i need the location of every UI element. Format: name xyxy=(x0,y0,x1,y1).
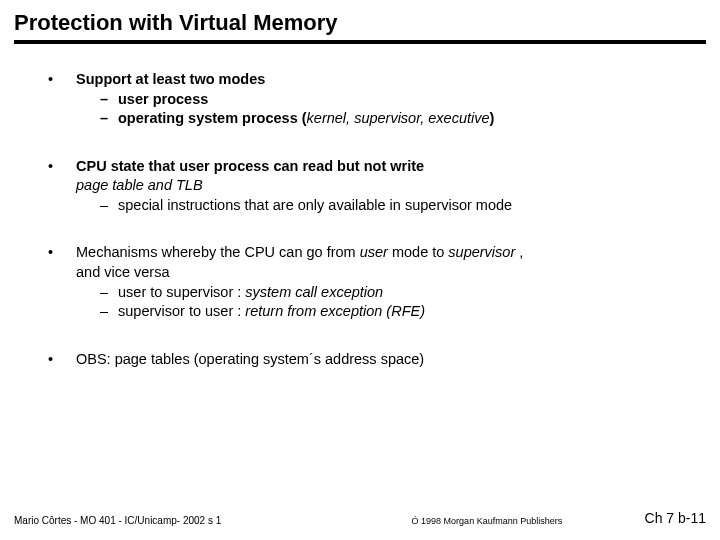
bullet-3-line-2: and vice versa xyxy=(76,263,700,283)
bullet-1: • Support at least two modes – user proc… xyxy=(48,70,700,129)
bullet-marker: • xyxy=(48,157,76,216)
bullet-marker: • xyxy=(48,350,76,370)
bullet-3: • Mechanisms whereby the CPU can go from… xyxy=(48,243,700,321)
footer-right: Ch 7 b-11 xyxy=(645,510,706,526)
bullet-1-sub-2: operating system process (kernel, superv… xyxy=(118,109,494,129)
bullet-marker: • xyxy=(48,70,76,129)
bullet-marker: • xyxy=(48,243,76,321)
text-italic: return from exception (RFE) xyxy=(245,303,425,319)
dash-marker: – xyxy=(100,283,118,303)
dash-marker: – xyxy=(100,196,118,216)
text: mode to xyxy=(388,244,448,260)
footer-center: Ó 1998 Morgan Kaufmann Publishers xyxy=(329,516,644,526)
bullet-2-sub-1: special instructions that are only avail… xyxy=(118,196,512,216)
bullet-4: • OBS: page tables (operating system´s a… xyxy=(48,350,700,370)
slide-title: Protection with Virtual Memory xyxy=(0,0,720,40)
bullet-1-line: Support at least two modes xyxy=(76,70,700,90)
text: operating system process ( xyxy=(118,110,307,126)
bullet-3-sub-1: user to supervisor : system call excepti… xyxy=(118,283,383,303)
bullet-4-line-1: OBS: page tables (operating system´s add… xyxy=(76,350,700,370)
text-italic: kernel, supervisor, executive xyxy=(307,110,490,126)
bullet-2-line-2: page table and TLB xyxy=(76,176,700,196)
text-italic: user xyxy=(360,244,388,260)
bullet-1-sub-1: user process xyxy=(118,90,208,110)
text: ) xyxy=(490,110,495,126)
bullet-3-line-1: Mechanisms whereby the CPU can go from u… xyxy=(76,243,700,263)
text: Mechanisms whereby the CPU can go from xyxy=(76,244,360,260)
text: user to supervisor : xyxy=(118,284,245,300)
dash-marker: – xyxy=(100,109,118,129)
bullet-3-sub-2: supervisor to user : return from excepti… xyxy=(118,302,425,322)
slide-body: • Support at least two modes – user proc… xyxy=(0,44,720,369)
text: supervisor to user : xyxy=(118,303,245,319)
bullet-2: • CPU state that user process can read b… xyxy=(48,157,700,216)
footer-left: Mario Côrtes - MO 401 - IC/Unicamp- 2002… xyxy=(14,515,329,526)
bullet-2-line-1: CPU state that user process can read but… xyxy=(76,157,700,177)
dash-marker: – xyxy=(100,302,118,322)
footer: Mario Côrtes - MO 401 - IC/Unicamp- 2002… xyxy=(0,510,720,526)
text-italic: supervisor xyxy=(448,244,515,260)
text: , xyxy=(515,244,523,260)
text-italic: system call exception xyxy=(245,284,383,300)
dash-marker: – xyxy=(100,90,118,110)
